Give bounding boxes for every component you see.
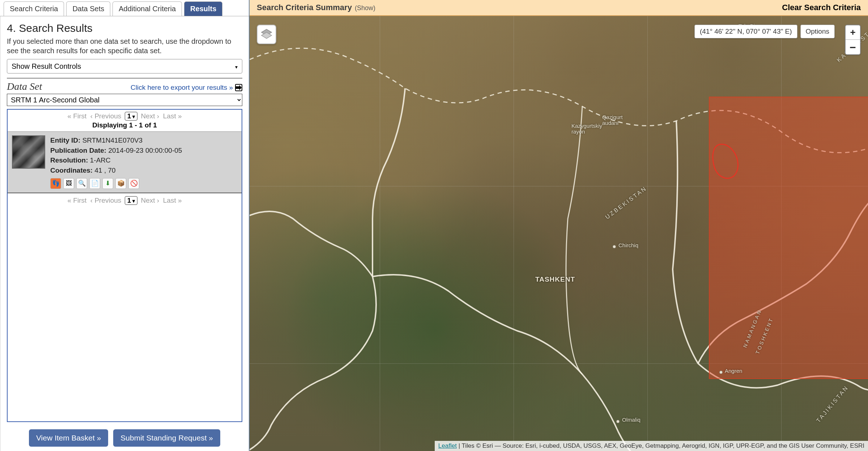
pub-date-label: Publication Date: [50,147,106,154]
summary-show-link[interactable]: (Show) [355,4,375,12]
label-chirchiq: Chirchiq [618,243,638,248]
compare-icon[interactable]: 🔍 [76,178,87,189]
dataset-select[interactable]: SRTM 1 Arc-Second Global [7,94,242,106]
export-results-link[interactable]: Click here to export your results » [131,84,242,92]
tabs: Search Criteria Data Sets Additional Cri… [0,0,249,16]
map-area[interactable]: Search Criteria Summary (Show) Clear Sea… [250,0,868,451]
tab-data-sets[interactable]: Data Sets [66,1,110,16]
page-description: If you selected more than one data set t… [7,37,242,55]
coordinates-readout: (41° 46' 22" N, 070° 07' 43" E) [694,25,797,38]
dot-angren [719,371,723,374]
dot-olmaliq [616,420,620,423]
label-qazigurt: Qazigurt audani [602,114,623,126]
label-tashkent: TASHKENT [535,276,575,283]
attribution-text: | Tiles © Esri — Source: Esri, i-cubed, … [457,442,864,449]
tab-search-criteria[interactable]: Search Criteria [4,1,64,16]
pager-first[interactable]: « First [67,112,86,120]
resolution-label: Resolution: [50,156,88,164]
metadata-icon[interactable]: 📄 [89,178,100,189]
view-item-basket-button[interactable]: View Item Basket » [29,429,108,447]
result-actions: 👣 🖼 🔍 📄 ⬇ 📦 🚫 [50,178,182,189]
footprint-overlay [709,97,868,379]
remove-icon[interactable]: 🚫 [128,178,139,189]
show-result-controls-dropdown[interactable]: Show Result Controls [7,59,242,73]
export-icon [235,84,242,91]
result-row[interactable]: Entity ID: SRTM1N41E070V3 Publication Da… [8,132,242,193]
entity-id-label: Entity ID: [50,136,80,144]
pager-next[interactable]: Next › [141,112,159,120]
pager-page-select-b[interactable]: 1 [125,196,138,205]
result-thumbnail[interactable] [12,135,45,169]
coordinates-value: 41 , 70 [94,167,115,174]
pager-last[interactable]: Last » [163,112,182,120]
zoom-in-button[interactable]: + [846,25,860,40]
entity-id-value: SRTM1N41E070V3 [82,136,143,144]
pager-prev-b[interactable]: ‹ Previous [90,197,122,204]
zoom-out-button[interactable]: − [846,40,860,54]
clear-search-criteria-link[interactable]: Clear Search Criteria [782,3,861,12]
zoom-control: + − [845,25,861,55]
pager-top: « First ‹ Previous 1 Next › Last » [8,110,242,121]
label-angren: Angren [725,368,742,374]
layers-button[interactable] [257,25,276,44]
footprint-icon[interactable]: 👣 [50,178,61,189]
label-olmaliq: Olmaliq [622,417,641,423]
pager-last-b[interactable]: Last » [163,197,182,204]
pub-date-value: 2014-09-23 00:00:00-05 [108,147,182,154]
result-info: Entity ID: SRTM1N41E070V3 Publication Da… [50,135,182,189]
export-link-label: Click here to export your results » [131,84,233,92]
map-options-button[interactable]: Options [800,25,835,38]
pager-first-b[interactable]: « First [67,197,86,204]
coordinates-label: Coordinates: [50,167,93,174]
dataset-header: Data Set [7,81,42,92]
layers-icon [260,28,273,41]
bulk-icon[interactable]: 📦 [115,178,126,189]
summary-title: Search Criteria Summary [257,3,352,12]
label-kazygurt: Kazygurtskiy rayon [571,123,602,135]
pager-page-select[interactable]: 1 [125,112,138,121]
pager-displaying: Displaying 1 - 1 of 1 [8,121,242,132]
leaflet-link[interactable]: Leaflet [438,442,457,449]
sidebar: Search Criteria Data Sets Additional Cri… [0,0,250,451]
show-result-controls-label: Show Result Controls [12,62,81,71]
pager-bottom: « First ‹ Previous 1 Next › Last » [8,193,242,208]
page-title: 4. Search Results [7,22,242,34]
map-attribution: Leaflet | Tiles © Esri — Source: Esri, i… [435,441,868,451]
dot-chirchiq [613,245,616,248]
pager-prev[interactable]: ‹ Previous [90,112,122,120]
summary-bar: Search Criteria Summary (Show) Clear Sea… [250,0,868,16]
download-icon[interactable]: ⬇ [102,178,113,189]
chevron-down-icon [235,62,238,71]
tab-results[interactable]: Results [184,1,222,16]
pager-next-b[interactable]: Next › [141,197,159,204]
tab-additional-criteria[interactable]: Additional Criteria [112,1,182,16]
results-box: « First ‹ Previous 1 Next › Last » Displ… [7,109,242,422]
resolution-value: 1-ARC [90,156,111,164]
submit-standing-request-button[interactable]: Submit Standing Request » [113,429,220,447]
overlay-icon[interactable]: 🖼 [63,178,74,189]
